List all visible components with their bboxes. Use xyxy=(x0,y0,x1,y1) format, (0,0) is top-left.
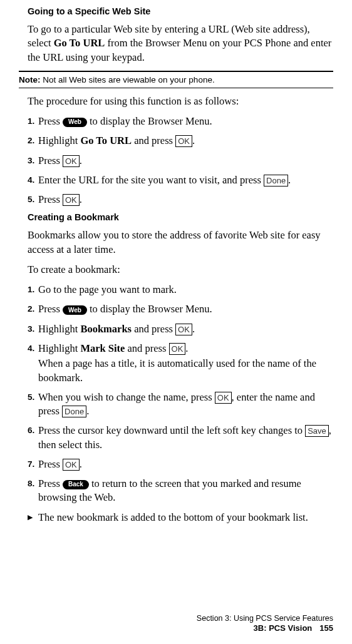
step-number: 1. xyxy=(28,284,34,295)
ok-key-icon: OK xyxy=(175,324,192,335)
text: and press xyxy=(132,135,175,146)
step-number: 6. xyxy=(28,425,34,436)
step-number: 1. xyxy=(28,116,34,127)
step-item: 8. Press Back to return to the screen th… xyxy=(28,477,333,505)
step-number: 3. xyxy=(28,324,34,335)
bold-text: Mark Site xyxy=(80,342,125,354)
text: . xyxy=(192,323,195,335)
text: Press xyxy=(38,478,63,489)
step-number: 3. xyxy=(28,155,34,166)
step-number: 7. xyxy=(28,459,34,470)
note-text: Not all Web sites are viewable on your p… xyxy=(41,75,215,84)
ok-key-icon: OK xyxy=(215,392,232,404)
text: Press xyxy=(38,458,63,470)
step-item: 6. Press the cursor key downward until t… xyxy=(28,424,333,452)
result-bullet: ▶ The new bookmark is added to the botto… xyxy=(28,511,333,524)
steps-list-1: 1. Press Web to display the Browser Menu… xyxy=(28,115,333,207)
text: Press xyxy=(38,193,63,205)
text: to display the Browser Menu. xyxy=(87,115,212,127)
ok-key-icon: OK xyxy=(63,155,80,167)
ok-key-icon: OK xyxy=(63,459,80,471)
done-key-icon: Done xyxy=(264,175,288,187)
note-label: Note: xyxy=(19,75,41,84)
bold-text: Go To URL xyxy=(54,37,105,49)
step-number: 2. xyxy=(28,135,34,146)
page-number: 155 xyxy=(319,623,333,633)
section-heading-2: Creating a Bookmark xyxy=(28,212,333,222)
save-key-icon: Save xyxy=(305,425,329,437)
step-number: 5. xyxy=(28,194,34,205)
text: Go to the page you want to mark. xyxy=(38,284,177,295)
text: . xyxy=(80,155,82,166)
step-item: 7. Press OK. xyxy=(28,457,333,471)
step-number: 4. xyxy=(28,175,34,186)
text: to display the Browser Menu. xyxy=(87,303,212,315)
text: . xyxy=(86,405,89,417)
text: Highlight xyxy=(38,342,80,354)
procedure-intro: The procedure for using this function is… xyxy=(28,95,333,108)
step-item: 4. Enter the URL for the site you want t… xyxy=(28,173,333,187)
text: Press the cursor key downward until the … xyxy=(38,424,305,436)
done-key-icon: Done xyxy=(62,406,86,417)
web-key-icon: Web xyxy=(63,118,87,127)
back-key-icon: Back xyxy=(63,480,89,489)
step-number: 8. xyxy=(28,478,34,489)
text: The new bookmark is added to the bottom … xyxy=(38,511,308,523)
steps-list-2: 1. Go to the page you want to mark. 2. P… xyxy=(28,283,333,504)
step-item: 2. Highlight Go To URL and press OK. xyxy=(28,134,333,148)
text: Highlight xyxy=(38,323,80,335)
step-subtext: When a page has a title, it is automatic… xyxy=(38,357,333,385)
step-number: 2. xyxy=(28,304,34,315)
step-item: 1. Go to the page you want to mark. xyxy=(28,283,333,297)
page-footer: Section 3: Using PCS Service Features 3B… xyxy=(197,614,333,633)
text: . xyxy=(185,342,188,354)
step-item: 5. When you wish to change the name, pre… xyxy=(28,391,333,419)
step-item: 1. Press Web to display the Browser Menu… xyxy=(28,115,333,128)
section2-p1: Bookmarks allow you to store the address… xyxy=(28,228,333,257)
text: When you wish to change the name, press xyxy=(38,391,215,403)
web-key-icon: Web xyxy=(63,305,87,315)
text: . xyxy=(192,135,195,146)
ok-key-icon: OK xyxy=(63,194,80,206)
text: Enter the URL for the site you want to v… xyxy=(38,174,264,186)
text: . xyxy=(288,174,291,186)
bold-text: Bookmarks xyxy=(80,323,132,335)
text: and press xyxy=(132,323,175,335)
section-heading-1: Going to a Specific Web Site xyxy=(28,6,333,16)
text: and press xyxy=(125,342,168,354)
step-number: 5. xyxy=(28,392,34,403)
text: Press xyxy=(38,155,63,166)
text: Press xyxy=(38,115,63,127)
triangle-bullet-icon: ▶ xyxy=(28,513,33,522)
text: . xyxy=(80,458,82,470)
footer-section-title: Section 3: Using PCS Service Features xyxy=(197,614,333,623)
step-item: 3. Press OK. xyxy=(28,154,333,168)
note-box: Note: Not all Web sites are viewable on … xyxy=(19,71,333,88)
step-item: 5. Press OK. xyxy=(28,193,333,207)
section2-p2: To create a bookmark: xyxy=(28,263,333,277)
step-item: 2. Press Web to display the Browser Menu… xyxy=(28,302,333,316)
text: Press xyxy=(38,303,63,315)
text: Highlight xyxy=(38,135,80,146)
step-item: 3. Highlight Bookmarks and press OK. xyxy=(28,322,333,336)
ok-key-icon: OK xyxy=(169,343,186,355)
text: . xyxy=(80,193,82,205)
ok-key-icon: OK xyxy=(175,135,192,147)
section1-intro: To go to a particular Web site by enteri… xyxy=(28,23,333,64)
bold-text: Go To URL xyxy=(80,135,132,146)
step-item: 4. Highlight Mark Site and press OK. Whe… xyxy=(28,342,333,385)
step-number: 4. xyxy=(28,343,34,354)
footer-subsection: 3B: PCS Vision xyxy=(254,623,313,633)
